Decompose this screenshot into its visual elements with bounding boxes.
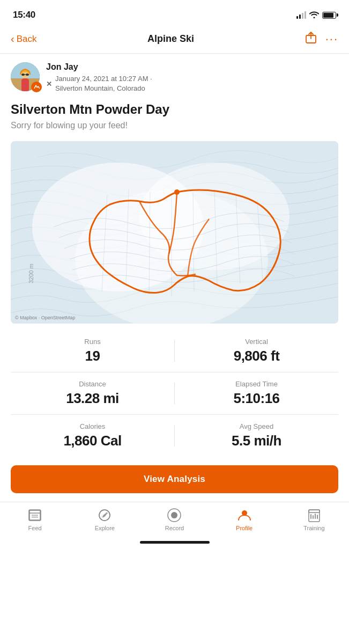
feed-tab-label: Feed: [28, 525, 42, 531]
map-watermark: © Mapbox · OpenStreetMap: [15, 315, 75, 320]
calories-value: 1,860 Cal: [11, 433, 174, 449]
home-bar: [0, 536, 349, 547]
elapsed-time-label: Elapsed Time: [175, 380, 338, 388]
view-analysis-button[interactable]: View Analysis: [11, 465, 338, 493]
nav-title: Alpine Ski: [147, 33, 194, 45]
runs-label: Runs: [11, 338, 174, 346]
training-icon: [307, 508, 322, 523]
calories-label: Calories: [11, 422, 174, 430]
stats-row-2: Distance 13.28 mi Elapsed Time 5:10:16: [11, 372, 338, 415]
vertical-label: Vertical: [175, 338, 338, 346]
nav-bar: ‹ Back Alpine Ski ···: [0, 27, 349, 54]
stats-row-1: Runs 19 Vertical 9,806 ft: [11, 330, 338, 372]
avg-speed-value: 5.5 mi/h: [175, 433, 338, 449]
svg-point-20: [174, 189, 180, 195]
stat-avg-speed: Avg Speed 5.5 mi/h: [175, 422, 338, 449]
tab-bar: Feed Explore Record: [0, 502, 349, 536]
chevron-left-icon: ‹: [11, 33, 14, 45]
feed-icon: [27, 508, 42, 523]
strava-x-icon: ✕: [46, 80, 52, 88]
tab-explore[interactable]: Explore: [86, 508, 123, 531]
distance-value: 13.28 mi: [11, 390, 174, 407]
back-button[interactable]: ‹ Back: [11, 33, 36, 45]
user-info: Jon Jay ✕ January 24, 2021 at 10:27 AM ·…: [46, 62, 338, 93]
stat-calories: Calories 1,860 Cal: [11, 422, 174, 449]
tab-record[interactable]: Record: [155, 508, 193, 531]
distance-label: Distance: [11, 380, 174, 388]
nav-actions: ···: [305, 31, 338, 47]
avg-speed-label: Avg Speed: [175, 422, 338, 430]
elapsed-time-value: 5:10:16: [175, 390, 338, 407]
record-tab-label: Record: [165, 525, 184, 531]
activity-title-section: Silverton Mtn Powder Day Sorry for blowi…: [0, 100, 349, 135]
explore-tab-label: Explore: [95, 525, 115, 531]
signal-icon: [296, 11, 306, 19]
svg-rect-31: [309, 510, 320, 513]
activity-meta: ✕ January 24, 2021 at 10:27 AM · Silvert…: [46, 74, 338, 93]
more-button[interactable]: ···: [325, 32, 338, 46]
battery-icon: [322, 12, 336, 19]
home-bar-indicator: [140, 541, 210, 544]
strava-badge: [31, 82, 42, 92]
activity-date-location: January 24, 2021 at 10:27 AM · Silverton…: [55, 74, 152, 93]
tab-training[interactable]: Training: [295, 508, 333, 531]
svg-text:3200 m: 3200 m: [28, 264, 34, 283]
record-icon: [167, 508, 182, 523]
vertical-value: 9,806 ft: [175, 348, 338, 364]
activity-subtitle: Sorry for blowing up your feed!: [11, 121, 338, 130]
profile-icon: [237, 508, 252, 523]
tab-profile[interactable]: Profile: [226, 508, 263, 531]
profile-tab-label: Profile: [236, 525, 253, 531]
activity-map[interactable]: 3200 m © Mapbox · OpenStreetMap: [11, 141, 338, 324]
wifi-icon: [309, 11, 319, 20]
share-button[interactable]: [305, 31, 317, 47]
svg-point-27: [171, 512, 177, 518]
stat-elapsed-time: Elapsed Time 5:10:16: [175, 380, 338, 407]
user-name: Jon Jay: [46, 62, 338, 72]
explore-icon: [97, 508, 112, 523]
map-background: 3200 m: [11, 141, 338, 324]
status-bar: 15:40: [0, 0, 349, 27]
stats-row-3: Calories 1,860 Cal Avg Speed 5.5 mi/h: [11, 415, 338, 457]
runs-value: 19: [11, 348, 174, 364]
stat-distance: Distance 13.28 mi: [11, 380, 174, 407]
status-icons: [296, 11, 336, 20]
user-section: Jon Jay ✕ January 24, 2021 at 10:27 AM ·…: [0, 54, 349, 100]
stats-section: Runs 19 Vertical 9,806 ft Distance 13.28…: [0, 330, 349, 457]
tab-feed[interactable]: Feed: [16, 508, 54, 531]
svg-point-4: [21, 74, 25, 76]
training-tab-label: Training: [303, 525, 324, 531]
back-label: Back: [17, 34, 37, 45]
avatar-container: [11, 62, 40, 91]
stat-runs: Runs 19: [11, 338, 174, 364]
stat-vertical: Vertical 9,806 ft: [175, 338, 338, 364]
analysis-btn-section: View Analysis: [0, 457, 349, 500]
activity-title: Silverton Mtn Powder Day: [11, 102, 338, 118]
svg-point-5: [26, 74, 29, 76]
status-time: 15:40: [13, 10, 35, 20]
svg-rect-29: [309, 510, 320, 522]
